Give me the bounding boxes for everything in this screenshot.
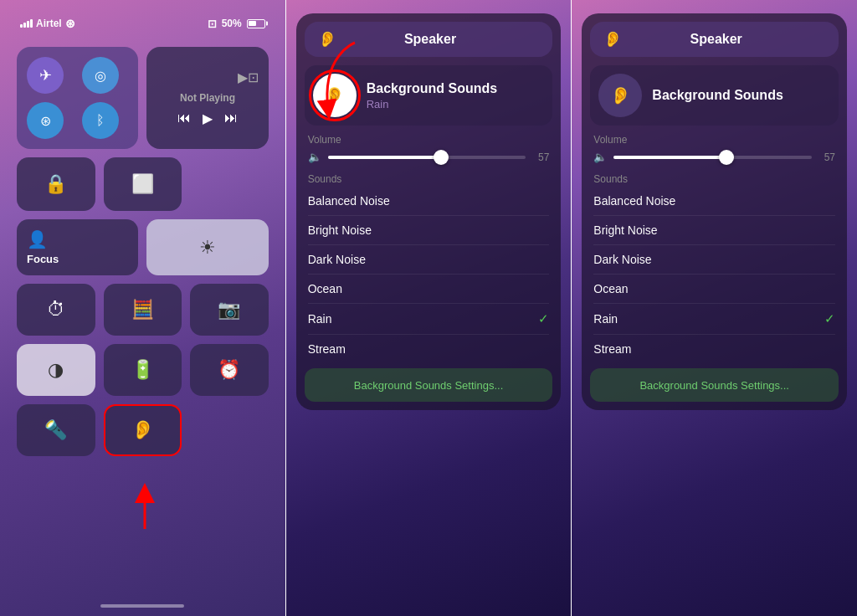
volume-label: Volume (308, 134, 550, 146)
sounds-list: Balanced Noise Bright Noise Dark Noise O… (296, 187, 562, 363)
volume-slider-3[interactable] (613, 156, 812, 159)
sound-item-balanced[interactable]: Balanced Noise (308, 187, 550, 216)
airplay-small-icon: ▶⊡ (238, 69, 259, 85)
signal-bar-4 (30, 19, 33, 28)
vol-mute-icon: 🔈 (308, 151, 321, 163)
sound-name: Rain (593, 312, 618, 326)
home-indicator (100, 604, 184, 608)
speaker-label-3: Speaker (630, 32, 802, 47)
panel-control-center: Airtel ⊛ ⊡ 50% ✈ ◎ ⊛ ᛒ (0, 0, 285, 616)
bg-sounds-sub: Rain (367, 98, 497, 110)
bg-sounds-text: Background Sounds Rain (367, 81, 497, 110)
settings-btn-label-3: Background Sounds Settings... (639, 379, 789, 392)
volume-label-3: Volume (593, 134, 835, 146)
bg-sounds-title: Background Sounds (367, 81, 497, 96)
not-playing-label: Not Playing (180, 92, 235, 104)
camera-button[interactable]: 📷 (190, 284, 269, 336)
ear-icon-3: 👂 (603, 30, 622, 49)
signal-bar-2 (23, 23, 26, 28)
sounds-label: Sounds (296, 167, 562, 187)
sound-name: Dark Noise (308, 253, 366, 266)
sound-item-stream-3[interactable]: Stream (593, 335, 835, 363)
signal-bars (20, 19, 33, 28)
sounds-list-3: Balanced Noise Bright Noise Dark Noise O… (582, 187, 847, 363)
bg-sounds-title-3: Background Sounds (652, 88, 783, 103)
sound-item-ocean-3[interactable]: Ocean (593, 275, 835, 304)
cellular-button[interactable]: ◎ (82, 57, 119, 94)
flashlight-button[interactable]: 🔦 (17, 404, 95, 456)
sound-name: Bright Noise (593, 223, 657, 237)
vol-value: 57 (532, 151, 549, 163)
hearing-button[interactable]: 👂 (104, 404, 182, 456)
volume-section-3: Volume 🔈 57 (582, 126, 847, 167)
signal-bar-3 (27, 21, 29, 28)
bluetooth-button[interactable]: ᛒ (82, 102, 119, 139)
sound-name: Dark Noise (593, 253, 651, 266)
carrier-label: Airtel (36, 18, 62, 29)
panel-background-sounds-1: 👂 Speaker 👂 Background Sounds Rain Volum… (286, 0, 572, 616)
checkmark-icon-3: ✓ (824, 311, 835, 326)
bg-sounds-icon-3: 👂 (598, 74, 642, 117)
vol-mute-icon-3: 🔈 (593, 151, 607, 163)
sound-name: Stream (593, 342, 631, 356)
prev-icon[interactable]: ⏮ (177, 110, 191, 126)
sound-name: Rain (308, 312, 332, 326)
brightness-tile[interactable]: ☀ (146, 219, 268, 275)
airplane-button[interactable]: ✈ (27, 57, 64, 94)
wifi-icon: ⊛ (65, 17, 75, 30)
settings-btn-label: Background Sounds Settings... (354, 379, 504, 392)
media-controls: ⏮ ▶ ⏭ (177, 110, 238, 126)
calculator-button[interactable]: 🧮 (104, 284, 182, 336)
timer-button[interactable]: ⏱ (17, 284, 95, 336)
screen-mirror-button[interactable]: ⬜ (104, 157, 182, 211)
settings-button-3[interactable]: Background Sounds Settings... (590, 368, 839, 402)
sound-item-ocean[interactable]: Ocean (308, 275, 550, 304)
arrow-up-hearing (124, 483, 166, 536)
sound-name: Balanced Noise (308, 194, 390, 208)
battery-icon (247, 19, 265, 28)
battery-fill (249, 21, 256, 26)
battery-container (247, 19, 265, 28)
wifi-button[interactable]: ⊛ (27, 102, 64, 139)
sound-name: Balanced Noise (593, 194, 675, 208)
focus-tile[interactable]: 👤 Focus (17, 219, 138, 275)
sounds-label-3: Sounds (582, 167, 847, 187)
not-playing-tile[interactable]: ▶⊡ Not Playing ⏮ ▶ ⏭ (146, 47, 268, 149)
sound-item-rain-3[interactable]: Rain ✓ (593, 304, 835, 335)
status-left: Airtel ⊛ (20, 17, 75, 30)
bg-sounds-text-3: Background Sounds (652, 88, 783, 103)
volume-slider[interactable] (328, 156, 526, 159)
sound-item-dark-3[interactable]: Dark Noise (593, 245, 835, 275)
checkmark-icon: ✓ (538, 311, 549, 326)
sound-item-bright[interactable]: Bright Noise (308, 216, 550, 245)
alarm-button[interactable]: ⏰ (190, 344, 269, 396)
sound-item-rain[interactable]: Rain ✓ (308, 304, 550, 335)
focus-label: Focus (27, 253, 59, 265)
sound-item-stream[interactable]: Stream (308, 335, 550, 363)
sound-name: Stream (308, 342, 346, 356)
sound-item-bright-3[interactable]: Bright Noise (593, 216, 835, 245)
signal-bar-1 (20, 24, 23, 28)
status-right: ⊡ 50% (208, 18, 265, 30)
settings-button[interactable]: Background Sounds Settings... (305, 368, 553, 402)
sound-item-balanced-3[interactable]: Balanced Noise (593, 187, 835, 216)
arrow-down-to-icon (305, 38, 372, 134)
connectivity-tile: ✈ ◎ ⊛ ᛒ (17, 47, 138, 149)
bg-sounds-row-3[interactable]: 👂 Background Sounds (590, 65, 839, 126)
focus-icon: 👤 (27, 229, 48, 249)
airplay-icon: ⊡ (208, 18, 217, 30)
battery-pct-label: 50% (222, 18, 242, 29)
screen-lock-button[interactable]: 🔒 (17, 157, 95, 211)
battery-button[interactable]: 🔋 (104, 344, 182, 396)
vol-value-3: 57 (819, 151, 835, 163)
status-bar: Airtel ⊛ ⊡ 50% (17, 10, 269, 37)
accessibility-button[interactable]: ◑ (17, 344, 95, 396)
speaker-header-3: 👂 Speaker (590, 22, 839, 57)
sound-name: Ocean (308, 282, 342, 295)
play-icon[interactable]: ▶ (203, 110, 213, 126)
sound-name: Bright Noise (308, 223, 372, 237)
sound-name: Ocean (593, 282, 628, 295)
sound-item-dark[interactable]: Dark Noise (308, 245, 550, 275)
next-icon[interactable]: ⏭ (224, 110, 238, 126)
panel-background-sounds-2: 👂 Speaker 👂 Background Sounds Volume 🔈 (572, 0, 857, 616)
